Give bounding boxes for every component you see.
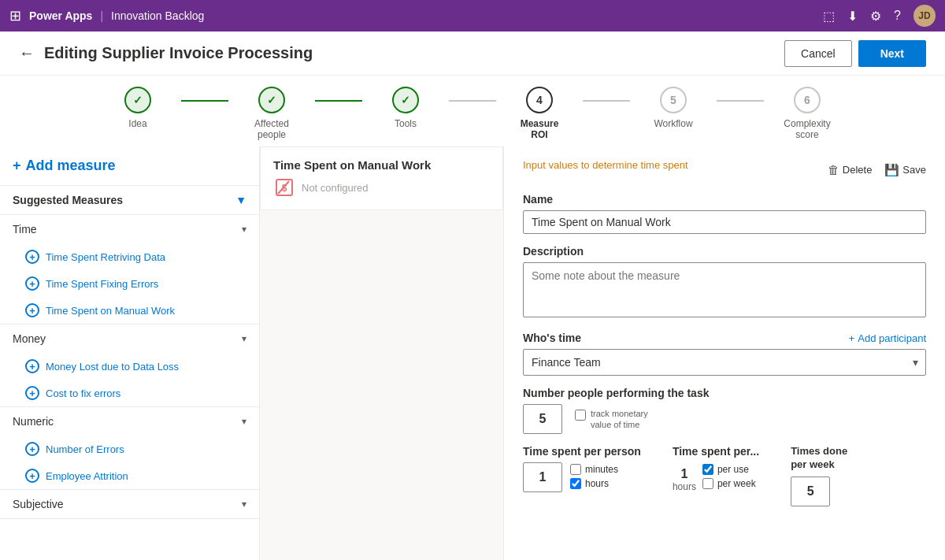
measure-item-status: $ Not configured <box>273 176 490 198</box>
participant-select[interactable]: Finance Team <box>523 349 926 376</box>
times-done-value[interactable]: 5 <box>791 477 830 506</box>
per-use-checkbox[interactable] <box>702 464 713 475</box>
time-section-label: Time <box>13 223 37 235</box>
step-label-affected: Affectedpeople <box>254 118 289 140</box>
sidebar-section-money: Money ▾ + Money Lost due to Data Loss + … <box>0 325 259 407</box>
description-textarea[interactable] <box>523 262 926 317</box>
module-name: Innovation Backlog <box>111 9 204 22</box>
topbar: ⊞ Power Apps | Innovation Backlog ⬚ ⬇ ⚙ … <box>0 0 945 32</box>
participant-select-wrapper: Finance Team ▾ <box>523 349 926 376</box>
time-per-value: 1 <box>680 467 687 481</box>
measure-item-title: Time Spent on Manual Work <box>273 158 490 172</box>
step-tools[interactable]: ✓ Tools <box>362 87 449 129</box>
sidebar-section-money-header[interactable]: Money ▾ <box>0 325 259 353</box>
main-content: + Add measure Suggested Measures ▼ Time … <box>0 146 945 560</box>
hours-label-col: 1 hours <box>673 467 696 492</box>
time-per-inner: 1 hours per use per week <box>673 462 759 492</box>
sidebar-item-label: Employee Attrition <box>46 470 128 482</box>
sidebar-item-label: Time Spent on Manual Work <box>46 305 175 317</box>
step-complexity[interactable]: 6 Complexityscore <box>764 87 850 140</box>
save-icon: 💾 <box>884 163 899 177</box>
name-field-row: Name <box>523 193 926 234</box>
sidebar-section-subjective-header[interactable]: Subjective ▾ <box>0 490 259 518</box>
whos-time-row: Who's time + Add participant Finance Tea… <box>523 332 926 376</box>
sidebar-item-label: Number of Errors <box>46 443 124 455</box>
plus-icon: + <box>849 332 855 344</box>
cancel-button[interactable]: Cancel <box>784 40 852 67</box>
sidebar-section-numeric: Numeric ▾ + Number of Errors + Employee … <box>0 407 259 490</box>
sidebar-item-time-manual[interactable]: + Time Spent on Manual Work <box>0 297 259 324</box>
sidebar-section-numeric-header[interactable]: Numeric ▾ <box>0 407 259 436</box>
numeric-section-label: Numeric <box>13 415 54 428</box>
help-icon[interactable]: ? <box>894 9 901 23</box>
download-icon[interactable]: ⬇ <box>847 9 858 24</box>
connector-1 <box>181 100 228 102</box>
chevron-down-icon: ▾ <box>242 499 246 510</box>
num-people-controls: 5 track monetary value of time <box>523 404 926 434</box>
sidebar-item-num-errors[interactable]: + Number of Errors <box>0 436 259 462</box>
sidebar-item-time-fixing[interactable]: + Time Spent Fixing Errors <box>0 270 259 297</box>
minutes-checkbox[interactable] <box>570 464 581 475</box>
right-panel: Input values to determine time spent 🗑 D… <box>504 146 945 560</box>
track-monetary-group: track monetary value of time <box>575 408 648 431</box>
next-button[interactable]: Next <box>858 40 926 67</box>
input-hint: Input values to determine time spent <box>523 159 688 171</box>
sidebar-section-subjective: Subjective ▾ <box>0 490 259 519</box>
add-participant-label: Add participant <box>858 332 926 344</box>
monitor-icon[interactable]: ⬚ <box>823 9 835 24</box>
step-measure-roi[interactable]: 4 MeasureROI <box>496 87 583 140</box>
num-people-value[interactable]: 5 <box>523 404 562 434</box>
times-done-label: Times done per week <box>791 445 847 472</box>
hours-checkbox[interactable] <box>570 478 581 489</box>
step-affected-people[interactable]: ✓ Affectedpeople <box>228 87 315 140</box>
delete-icon: 🗑 <box>828 163 839 176</box>
grid-icon[interactable]: ⊞ <box>9 7 21 24</box>
add-measure-button[interactable]: + Add measure <box>0 146 259 186</box>
back-button[interactable]: ← <box>19 44 35 62</box>
filter-icon[interactable]: ▼ <box>235 194 246 206</box>
per-week-checkbox[interactable] <box>702 478 713 489</box>
step-workflow[interactable]: 5 Workflow <box>630 87 717 129</box>
subjective-section-label: Subjective <box>13 498 64 510</box>
sidebar-item-cost-fix[interactable]: + Cost to fix errors <box>0 380 259 406</box>
chevron-down-icon: ▾ <box>242 333 246 344</box>
connector-2 <box>315 100 362 102</box>
measure-item[interactable]: Time Spent on Manual Work $ Not configur… <box>260 146 503 210</box>
right-panel-top: Input values to determine time spent 🗑 D… <box>523 159 926 182</box>
avatar[interactable]: JD <box>914 5 936 27</box>
time-per-person-value[interactable]: 1 <box>523 462 562 492</box>
connector-5 <box>717 100 764 102</box>
minutes-row: minutes <box>570 464 618 475</box>
sidebar-item-employee-attrition[interactable]: + Employee Attrition <box>0 462 259 489</box>
header-actions: Cancel Next <box>784 40 926 67</box>
step-idea[interactable]: ✓ Idea <box>94 87 181 129</box>
sidebar-section-time-header[interactable]: Time ▾ <box>0 215 259 243</box>
sidebar-section-time: Time ▾ + Time Spent Retriving Data + Tim… <box>0 215 259 325</box>
sidebar-item-money-loss[interactable]: + Money Lost due to Data Loss <box>0 353 259 380</box>
delete-button[interactable]: 🗑 Delete <box>828 163 873 176</box>
minutes-label: minutes <box>585 464 618 475</box>
step-circle-affected: ✓ <box>258 87 285 113</box>
time-per-person-inner: 1 minutes hours <box>523 462 641 492</box>
header-left: ← Editing Supplier Invoice Processing <box>19 44 313 62</box>
delete-label: Delete <box>843 164 873 176</box>
sidebar-item-time-retrieving[interactable]: + Time Spent Retriving Data <box>0 243 259 270</box>
add-icon: + <box>25 469 39 483</box>
per-week-row: per week <box>702 478 756 489</box>
name-input[interactable] <box>523 210 926 234</box>
chevron-down-icon: ▾ <box>242 416 246 427</box>
time-per-person-col: Time spent per person 1 minutes hours <box>523 445 641 492</box>
topbar-separator: | <box>100 9 103 22</box>
track-monetary-checkbox[interactable] <box>575 410 586 421</box>
sidebar-item-label: Cost to fix errors <box>46 388 120 399</box>
add-measure-label: Add measure <box>26 158 116 174</box>
add-participant-button[interactable]: + Add participant <box>849 332 926 344</box>
step-circle-tools: ✓ <box>392 87 419 113</box>
whos-time-header: Who's time + Add participant <box>523 332 926 344</box>
connector-4 <box>583 100 630 102</box>
money-section-label: Money <box>13 332 46 345</box>
settings-icon[interactable]: ⚙ <box>870 9 881 24</box>
sidebar-item-label: Time Spent Retriving Data <box>46 251 165 263</box>
measure-not-configured-icon: $ <box>273 176 295 198</box>
save-button[interactable]: 💾 Save <box>884 163 926 177</box>
